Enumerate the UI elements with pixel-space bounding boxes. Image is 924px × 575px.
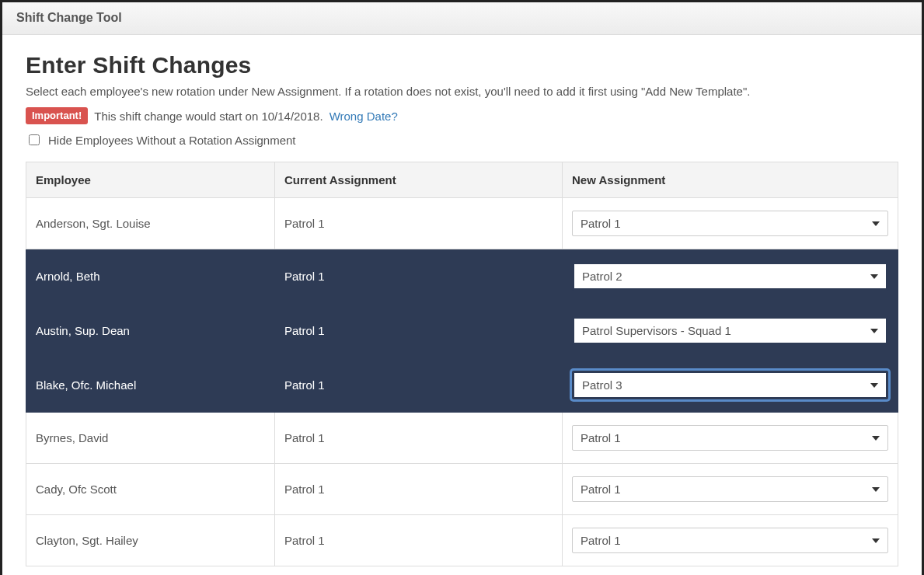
instructions-text: Select each employee's new rotation unde… xyxy=(26,85,898,98)
hide-employees-checkbox[interactable] xyxy=(29,134,40,145)
table-row: Anderson, Sgt. LouisePatrol 1Patrol 1Pat… xyxy=(26,198,898,249)
current-assignment-cell: Patrol 1 xyxy=(275,198,563,249)
current-assignment-cell: Patrol 1 xyxy=(275,304,563,358)
current-assignment-cell: Patrol 1 xyxy=(275,515,563,566)
table-row: Clayton, Sgt. HaileyPatrol 1Patrol 1Patr… xyxy=(26,515,898,566)
hide-employees-label[interactable]: Hide Employees Without a Rotation Assign… xyxy=(48,134,296,147)
table-row: Cady, Ofc ScottPatrol 1Patrol 1Patrol 2P… xyxy=(26,464,898,515)
current-assignment-cell: Patrol 1 xyxy=(275,249,563,304)
employee-cell: Austin, Sup. Dean xyxy=(26,304,275,358)
table-row: Arnold, BethPatrol 1Patrol 1Patrol 2Patr… xyxy=(26,249,898,304)
new-assignment-select[interactable]: Patrol 1Patrol 2Patrol 3Patrol Superviso… xyxy=(572,371,888,399)
assignment-tbody: Anderson, Sgt. LouisePatrol 1Patrol 1Pat… xyxy=(26,198,898,566)
important-row: Important! This shift change would start… xyxy=(26,107,898,124)
wrong-date-link[interactable]: Wrong Date? xyxy=(330,110,398,123)
col-header-employee: Employee xyxy=(26,162,275,198)
new-assignment-select[interactable]: Patrol 1Patrol 2Patrol 3Patrol Superviso… xyxy=(572,316,888,345)
assignment-table: Employee Current Assignment New Assignme… xyxy=(26,162,898,566)
table-row: Byrnes, DavidPatrol 1Patrol 1Patrol 2Pat… xyxy=(26,413,898,464)
page-content: Enter Shift Changes Select each employee… xyxy=(2,35,922,566)
new-assignment-select[interactable]: Patrol 1Patrol 2Patrol 3Patrol Superviso… xyxy=(572,425,888,451)
new-assignment-select[interactable]: Patrol 1Patrol 2Patrol 3Patrol Superviso… xyxy=(572,476,888,502)
current-assignment-cell: Patrol 1 xyxy=(275,358,563,413)
hide-employees-row: Hide Employees Without a Rotation Assign… xyxy=(26,132,898,148)
new-assignment-cell: Patrol 1Patrol 2Patrol 3Patrol Superviso… xyxy=(563,515,898,566)
employee-cell: Blake, Ofc. Michael xyxy=(26,358,275,413)
table-row: Austin, Sup. DeanPatrol 1Patrol 1Patrol … xyxy=(26,304,898,358)
new-assignment-select[interactable]: Patrol 1Patrol 2Patrol 3Patrol Superviso… xyxy=(572,262,888,291)
current-assignment-cell: Patrol 1 xyxy=(275,464,563,515)
employee-cell: Byrnes, David xyxy=(26,413,275,464)
employee-cell: Cady, Ofc Scott xyxy=(26,464,275,515)
important-text: This shift change would start on 10/14/2… xyxy=(94,110,323,123)
employee-cell: Arnold, Beth xyxy=(26,249,275,304)
table-header-row: Employee Current Assignment New Assignme… xyxy=(26,162,898,198)
tool-title: Shift Change Tool xyxy=(16,11,122,24)
new-assignment-cell: Patrol 1Patrol 2Patrol 3Patrol Superviso… xyxy=(563,358,898,413)
col-header-new: New Assignment xyxy=(563,162,898,198)
important-badge: Important! xyxy=(26,107,88,124)
new-assignment-cell: Patrol 1Patrol 2Patrol 3Patrol Superviso… xyxy=(563,249,898,304)
new-assignment-select[interactable]: Patrol 1Patrol 2Patrol 3Patrol Superviso… xyxy=(572,528,888,553)
employee-cell: Clayton, Sgt. Hailey xyxy=(26,515,275,566)
col-header-current: Current Assignment xyxy=(275,162,563,198)
new-assignment-select[interactable]: Patrol 1Patrol 2Patrol 3Patrol Superviso… xyxy=(572,211,888,236)
page-title: Enter Shift Changes xyxy=(26,52,898,78)
new-assignment-cell: Patrol 1Patrol 2Patrol 3Patrol Superviso… xyxy=(563,304,898,358)
tool-header: Shift Change Tool xyxy=(2,2,922,35)
employee-cell: Anderson, Sgt. Louise xyxy=(26,198,275,249)
new-assignment-cell: Patrol 1Patrol 2Patrol 3Patrol Superviso… xyxy=(563,413,898,464)
new-assignment-cell: Patrol 1Patrol 2Patrol 3Patrol Superviso… xyxy=(563,464,898,515)
table-row: Blake, Ofc. MichaelPatrol 1Patrol 1Patro… xyxy=(26,358,898,413)
new-assignment-cell: Patrol 1Patrol 2Patrol 3Patrol Superviso… xyxy=(563,198,898,249)
current-assignment-cell: Patrol 1 xyxy=(275,413,563,464)
